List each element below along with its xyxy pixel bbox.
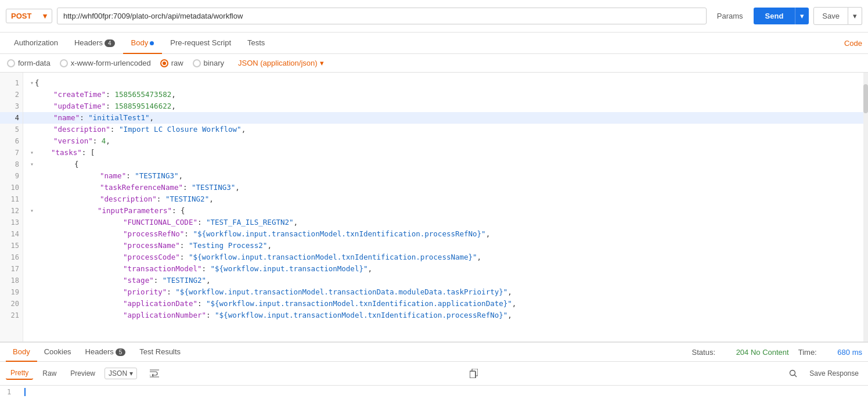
radio-circle-raw (160, 59, 168, 67)
search-icon-btn[interactable] (785, 365, 801, 382)
time-value: 680 ms (837, 348, 862, 357)
save-response-button[interactable]: Save Response (806, 368, 862, 379)
radio-binary[interactable]: binary (193, 59, 224, 67)
radio-raw[interactable]: raw (160, 59, 183, 67)
send-button-group: Send ▾ (754, 8, 809, 24)
code-body[interactable]: ▾ { "createTime": 1585655473582, "update… (23, 73, 863, 341)
code-line-5: "description": "Import LC Closure Workfl… (23, 124, 863, 135)
code-line-19: "priority": "${workflow.input.transactio… (23, 286, 863, 298)
response-body: 1 (0, 386, 868, 417)
response-tab-test-results[interactable]: Test Results (132, 343, 188, 362)
code-line-3: "updateTime": 1588595146622, (23, 100, 863, 112)
code-line-15: "processName": "Testing Process2", (23, 240, 863, 251)
code-link[interactable]: Code (844, 33, 862, 53)
radio-circle-binary (193, 59, 201, 67)
response-line-number: 1 (7, 388, 24, 396)
request-tabs: Authorization Headers4 Body Pre-request … (0, 33, 868, 54)
tab-body[interactable]: Body (123, 33, 163, 54)
json-dropdown-icon: ▾ (320, 59, 324, 67)
code-line-10: "taskReferenceName": "TESTING3", (23, 182, 863, 193)
response-tabs: Body Cookies Headers5 Test Results Statu… (0, 343, 868, 362)
response-tab-cookies[interactable]: Cookies (37, 343, 78, 362)
code-line-16: "processCode": "${workflow.input.transac… (23, 251, 863, 263)
request-bar: POST ▾ Params Send ▾ Save ▾ (0, 0, 868, 33)
time-label: Time: (798, 348, 817, 357)
body-type-bar: form-data x-www-form-urlencoded raw bina… (0, 54, 868, 73)
url-input[interactable] (57, 8, 707, 24)
code-line-17: "transactionModel": "${workflow.input.tr… (23, 263, 863, 275)
code-line-1: ▾ { (23, 77, 863, 89)
code-line-11: "description": "TESTING2", (23, 193, 863, 205)
code-editor: 1 2 3 4 5 6 7 8 9 10 11 12 13 14 15 16 1… (0, 73, 868, 341)
radio-circle-urlencoded (60, 59, 68, 67)
copy-svg (470, 369, 478, 378)
scrollbar-thumb[interactable] (863, 84, 868, 113)
copy-icon[interactable] (466, 365, 482, 382)
toggle-7[interactable]: ▾ (30, 147, 34, 159)
response-toolbar: Pretty Raw Preview JSON ▾ Save Re (0, 362, 868, 386)
response-tab-headers[interactable]: Headers5 (78, 343, 133, 362)
method-dropdown-icon: ▾ (43, 12, 47, 20)
svg-point-3 (790, 371, 795, 376)
toggle-1[interactable]: ▾ (30, 77, 34, 89)
response-status-bar: Status: 204 No Content Time: 680 ms (692, 348, 862, 357)
response-section: Body Cookies Headers5 Test Results Statu… (0, 341, 868, 417)
wrap-icon[interactable] (146, 365, 163, 382)
code-line-20: "applicationDate": "${workflow.input.tra… (23, 298, 863, 310)
svg-line-4 (795, 375, 797, 378)
preview-button[interactable]: Preview (66, 368, 100, 379)
code-line-6: "version": 4, (23, 135, 863, 147)
method-selector[interactable]: POST ▾ (6, 9, 52, 23)
save-button[interactable]: Save (813, 7, 848, 25)
code-line-2: "createTime": 1585655473582, (23, 89, 863, 100)
send-dropdown-button[interactable]: ▾ (795, 8, 809, 24)
response-tab-body[interactable]: Body (6, 343, 37, 362)
raw-button[interactable]: Raw (38, 368, 61, 379)
code-line-8: ▾ { (23, 159, 863, 170)
code-line-12: ▾ "inputParameters": { (23, 205, 863, 217)
code-line-4: "name": "initialTest1", (23, 112, 863, 124)
toggle-12[interactable]: ▾ (30, 205, 34, 217)
json-type-selector[interactable]: JSON (application/json) ▾ (238, 59, 324, 67)
wrap-lines-icon (150, 369, 159, 378)
line-numbers: 1 2 3 4 5 6 7 8 9 10 11 12 13 14 15 16 1… (0, 73, 23, 341)
text-cursor (24, 388, 26, 396)
radio-circle-form-data (7, 59, 15, 67)
format-dropdown-icon: ▾ (129, 369, 133, 378)
body-dot (150, 41, 154, 45)
radio-form-data[interactable]: form-data (7, 59, 51, 67)
tab-authorization[interactable]: Authorization (6, 33, 66, 54)
code-line-14: "processRefNo": "${workflow.input.transa… (23, 228, 863, 240)
pretty-button[interactable]: Pretty (6, 367, 33, 380)
response-headers-badge: 5 (116, 348, 126, 356)
code-line-18: "stage": "TESTING2", (23, 275, 863, 286)
tab-tests[interactable]: Tests (239, 33, 273, 54)
radio-urlencoded[interactable]: x-www-form-urlencoded (60, 59, 151, 67)
format-selector[interactable]: JSON ▾ (105, 368, 137, 379)
send-button[interactable]: Send (754, 8, 795, 24)
svg-rect-1 (470, 371, 476, 378)
tab-headers[interactable]: Headers4 (66, 33, 123, 54)
code-line-7: ▾ "tasks": [ (23, 147, 863, 159)
status-value: 204 No Content (736, 348, 789, 357)
search-svg (789, 369, 797, 378)
toggle-8[interactable]: ▾ (30, 159, 34, 170)
headers-badge: 4 (105, 39, 115, 47)
code-line-21: "applicationNumber": "${workflow.input.t… (23, 310, 863, 321)
scrollbar-track[interactable] (863, 73, 868, 341)
tab-prerequest[interactable]: Pre-request Script (162, 33, 239, 54)
save-dropdown-button[interactable]: ▾ (848, 7, 862, 25)
status-label: Status: (692, 348, 715, 357)
code-line-9: "name": "TESTING3", (23, 170, 863, 182)
save-button-group: Save ▾ (813, 7, 862, 25)
code-line-13: "FUNCTIONAL_CODE": "TEST_FA_ILS_REGTN2", (23, 217, 863, 228)
method-label: POST (11, 12, 31, 20)
params-button[interactable]: Params (711, 8, 749, 24)
